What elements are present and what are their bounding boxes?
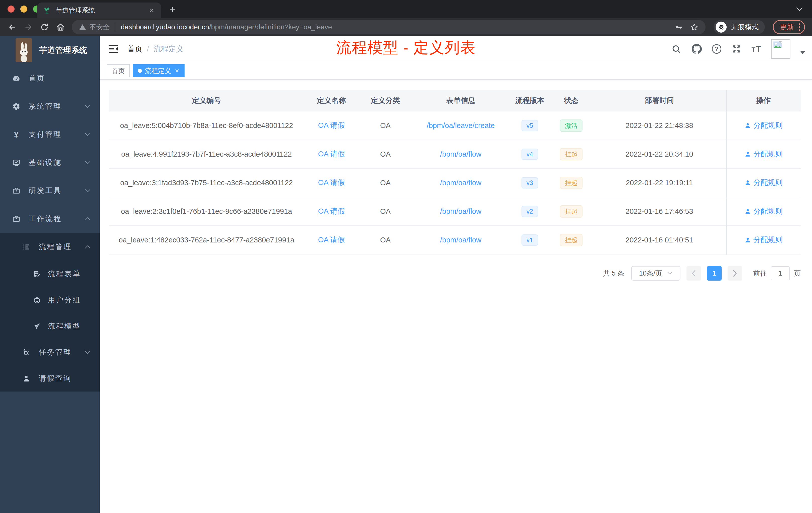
breadcrumb-separator: / (147, 45, 149, 53)
sidebar-item-infrastructure[interactable]: 基础设施 (0, 149, 100, 177)
form-link[interactable]: /bpm/oa/flow (440, 150, 481, 158)
tag-close-icon[interactable] (174, 68, 179, 73)
column-header: 状态 (550, 96, 592, 105)
list-tree-icon (22, 243, 31, 251)
next-page-button[interactable] (728, 266, 742, 280)
browser-update-button[interactable]: 更新 (773, 20, 805, 34)
toolbox-icon (12, 186, 21, 195)
fullscreen-icon[interactable] (731, 43, 742, 55)
definition-name-link[interactable]: OA 请假 (318, 178, 345, 188)
user-icon (745, 122, 751, 129)
tab-close-icon[interactable] (148, 7, 155, 14)
form-link[interactable]: /bpm/oa/flow (440, 179, 481, 187)
assign-rule-button[interactable]: 分配规则 (745, 206, 783, 216)
status-badge: 挂起 (560, 205, 582, 218)
cell-deploy-time: 2022-01-16 17:46:53 (592, 207, 726, 216)
table-row: oa_leave:5:004b710b-7b8a-11ec-8ef0-acde4… (109, 112, 801, 140)
font-size-icon[interactable] (752, 44, 761, 54)
forward-button[interactable] (22, 20, 35, 34)
browser-toolbar: 不安全 dashboard.yudao.iocoder.cn/bpm/manag… (0, 18, 812, 36)
chevron-down-icon (667, 272, 673, 275)
back-button[interactable] (5, 20, 19, 34)
user-group-icon (33, 296, 41, 304)
form-link[interactable]: /bpm/oa/flow (440, 207, 481, 216)
cell-category: OA (359, 236, 412, 244)
address-bar[interactable]: 不安全 dashboard.yudao.iocoder.cn/bpm/manag… (72, 20, 705, 34)
page-size-select[interactable]: 10条/页 (631, 266, 680, 280)
assign-rule-button[interactable]: 分配规则 (745, 120, 783, 130)
bookmark-star-icon[interactable] (690, 23, 698, 31)
page-number-button[interactable]: 1 (707, 266, 722, 280)
sidebar-item-dev-tools[interactable]: 研发工具 (0, 177, 100, 205)
pagination-total: 共 5 条 (603, 269, 624, 278)
form-edit-icon (33, 270, 41, 278)
status-badge: 激活 (560, 119, 582, 132)
browser-chrome: 芋道管理系统 不安全 dashboard.yudao.iocoder.cn/bp… (0, 0, 812, 36)
security-label[interactable]: 不安全 (89, 23, 110, 32)
assign-rule-button[interactable]: 分配规则 (745, 149, 783, 159)
sidebar-collapse-icon[interactable] (108, 44, 119, 54)
sidebar-item-user-group[interactable]: 用户分组 (0, 287, 100, 313)
avatar-dropdown-caret-icon[interactable] (800, 51, 806, 54)
sidebar-item-process-model[interactable]: 流程模型 (0, 313, 100, 339)
column-header: 操作 (726, 96, 801, 105)
sidebar: 芋道管理系统 首页 系统管理 ¥ 支付管理 基础设施 (0, 36, 100, 513)
version-badge: v3 (522, 177, 538, 188)
definition-name-link[interactable]: OA 请假 (318, 206, 345, 216)
assign-rule-button[interactable]: 分配规则 (745, 235, 783, 245)
omnibox-divider (115, 23, 115, 31)
goto-label: 前往 (753, 269, 767, 278)
sidebar-item-process-management[interactable]: 流程管理 (0, 233, 100, 261)
assign-rule-button[interactable]: 分配规则 (745, 178, 783, 188)
chevron-up-icon (85, 245, 91, 249)
app-navbar: 首页 / 流程定义 (100, 36, 812, 62)
sidebar-item-label: 流程表单 (48, 269, 81, 279)
user-icon (745, 237, 751, 243)
tag-process-definition[interactable]: 流程定义 (133, 64, 184, 77)
home-button[interactable] (54, 20, 67, 34)
definition-name-link[interactable]: OA 请假 (318, 235, 345, 245)
status-badge: 挂起 (560, 234, 582, 246)
prev-page-button[interactable] (687, 266, 701, 280)
form-link[interactable]: /bpm/oa/flow (440, 236, 481, 244)
tab-search-chevron-icon[interactable] (796, 7, 803, 11)
browser-menu-kebab-icon[interactable] (799, 23, 800, 31)
breadcrumb-home[interactable]: 首页 (127, 44, 142, 54)
url-path: /bpm/manager/definition?key=oa_leave (209, 23, 332, 31)
form-link[interactable]: /bpm/oa/leave/create (427, 121, 495, 130)
sidebar-item-workflow[interactable]: 工作流程 (0, 205, 100, 233)
cell-category: OA (359, 150, 412, 158)
column-header: 定义名称 (304, 96, 359, 105)
sidebar-item-task-management[interactable]: 任务管理 (0, 339, 100, 365)
sidebar-item-payment[interactable]: ¥ 支付管理 (0, 120, 100, 149)
url-text[interactable]: dashboard.yudao.iocoder.cn/bpm/manager/d… (121, 23, 669, 31)
password-key-icon[interactable] (674, 23, 683, 31)
breadcrumb: 首页 / 流程定义 (127, 44, 183, 54)
close-window-button[interactable] (7, 5, 14, 12)
search-icon[interactable] (671, 43, 682, 55)
sidebar-item-home[interactable]: 首页 (0, 64, 100, 92)
definition-name-link[interactable]: OA 请假 (318, 149, 345, 159)
reload-button[interactable] (38, 20, 51, 34)
sidebar-item-process-form[interactable]: 流程表单 (0, 261, 100, 287)
new-tab-button[interactable] (169, 5, 176, 13)
user-icon (22, 374, 31, 383)
definition-name-link[interactable]: OA 请假 (318, 120, 345, 130)
tag-home[interactable]: 首页 (107, 64, 130, 77)
sidebar-item-system[interactable]: 系统管理 (0, 92, 100, 120)
help-question-icon[interactable] (712, 44, 721, 54)
favicon-plant-icon (43, 6, 51, 14)
browser-tab[interactable]: 芋道管理系统 (37, 2, 161, 18)
chevron-down-icon (85, 189, 91, 193)
broken-image-icon (773, 41, 783, 51)
version-badge: v5 (522, 120, 538, 131)
page-size-value: 10条/页 (639, 269, 662, 278)
minimize-window-button[interactable] (20, 5, 27, 12)
logo-rabbit-image (16, 38, 32, 62)
github-icon[interactable] (691, 43, 702, 55)
avatar[interactable] (771, 39, 790, 59)
goto-page-input[interactable] (771, 266, 790, 280)
update-label[interactable]: 更新 (780, 22, 794, 32)
sidebar-item-leave-query[interactable]: 请假查询 (0, 365, 100, 392)
cell-category: OA (359, 179, 412, 187)
